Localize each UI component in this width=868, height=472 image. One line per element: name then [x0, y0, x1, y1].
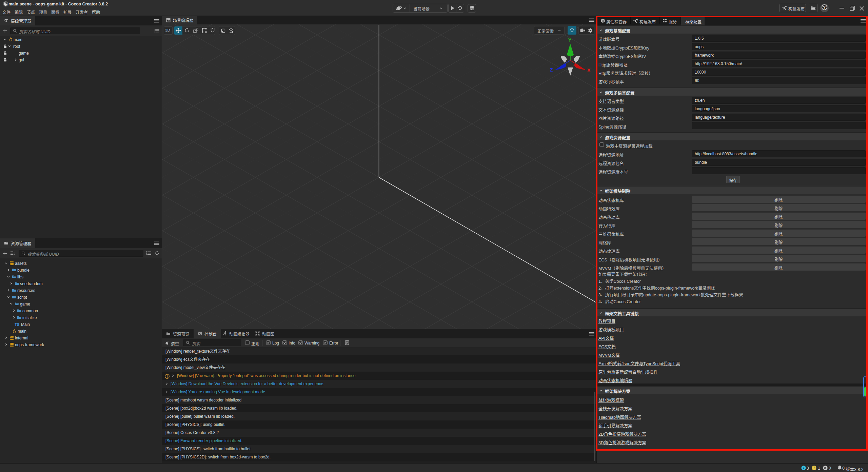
svg-text:X: X — [587, 67, 591, 73]
svg-text:Z: Z — [550, 67, 553, 73]
svg-text:i: i — [803, 466, 804, 470]
svg-text:!: ! — [814, 466, 815, 470]
svg-text:Y: Y — [568, 37, 572, 43]
svg-text:TS: TS — [15, 322, 19, 327]
